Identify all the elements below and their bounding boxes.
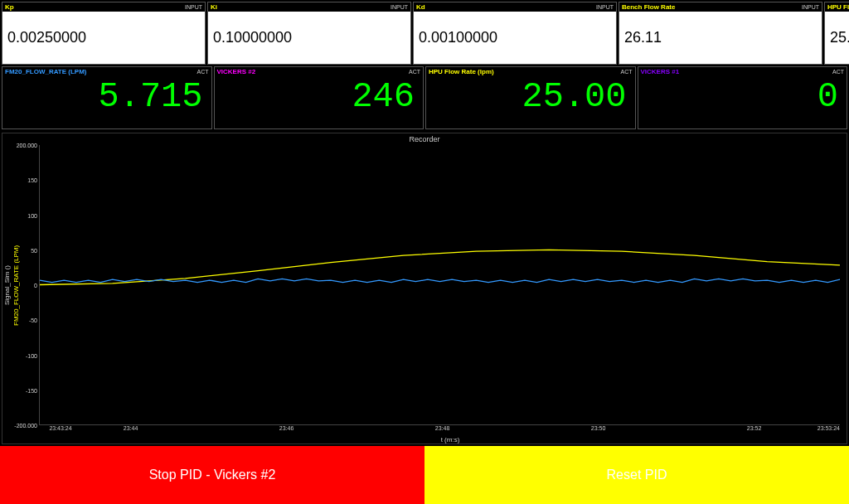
kp-tag: INPUT (185, 2, 202, 12)
xtick: 23:53:24 (817, 425, 840, 431)
vickers1-tag: ACT (832, 67, 844, 76)
xtick: 23:50 (591, 425, 606, 431)
hpu-flow-input[interactable] (825, 12, 849, 64)
input-row: Kp INPUT Ki INPUT Kd INPUT Bench Flow Ra… (0, 0, 849, 66)
reset-pid-button[interactable]: Reset PID (424, 446, 849, 504)
hpu-act-value: 25.00 (426, 76, 635, 128)
ki-tag: INPUT (391, 2, 408, 12)
xtick: 23:44 (124, 425, 138, 431)
vickers2-value: 246 (215, 76, 424, 128)
vickers1-panel: VICKERS #1 ACT 0 (638, 66, 848, 129)
vickers2-panel: VICKERS #2 ACT 246 (214, 66, 424, 129)
stop-pid-button[interactable]: Stop PID - Vickers #2 (0, 446, 424, 504)
recorder-chart: Recorder Signal_Sim () FM20_FLOW_RATE (L… (2, 133, 847, 444)
ytick: -200.000 (14, 423, 37, 429)
plot-svg (40, 145, 840, 424)
fm20-panel: FM20_FLOW_RATE (LPM) ACT 5.715 (2, 66, 212, 129)
hpu-act-label: HPU Flow Rate (lpm) (429, 67, 494, 76)
ylabel-fm: FM20_FLOW_RATE (LPM) (12, 145, 21, 425)
chart-title: Recorder (2, 133, 847, 145)
fm20-tag: ACT (197, 67, 209, 76)
bench-flow-panel: Bench Flow Rate INPUT (619, 2, 822, 65)
ytick: 150 (27, 177, 37, 183)
vickers1-value: 0 (638, 76, 847, 128)
fm20-value: 5.715 (2, 76, 211, 128)
hpu-act-panel: HPU Flow Rate (lpm) ACT 25.00 (425, 66, 636, 129)
ylabel-signal: Signal_Sim () (2, 145, 12, 425)
ytick: -50 (29, 317, 37, 323)
kd-label: Kd (416, 2, 425, 12)
ytick: 100 (27, 212, 37, 218)
xtick: 23:52 (747, 425, 762, 431)
vickers1-label: VICKERS #1 (641, 67, 680, 76)
kd-tag: INPUT (596, 2, 614, 12)
ytick: 0 (34, 283, 37, 288)
ytick: -150 (26, 387, 37, 393)
vickers2-tag: ACT (409, 67, 420, 76)
ki-label: Ki (211, 2, 217, 12)
actual-row: FM20_FLOW_RATE (LPM) ACT 5.715 VICKERS #… (0, 66, 849, 131)
kd-panel: Kd INPUT (413, 2, 617, 65)
bench-flow-input[interactable] (619, 12, 822, 64)
ytick: 50 (31, 247, 37, 253)
xtick: 23:46 (279, 425, 294, 431)
kp-label: Kp (5, 2, 14, 12)
bench-flow-tag: INPUT (802, 2, 819, 12)
plot-area[interactable] (39, 145, 840, 425)
xlabel: t (m:s) (441, 436, 460, 443)
kd-input[interactable] (414, 12, 616, 64)
x-axis: 23:43:24 23:44 23:46 23:48 23:50 23:52 2… (61, 425, 840, 443)
kp-input[interactable] (2, 12, 205, 64)
ki-panel: Ki INPUT (207, 2, 411, 65)
ki-input[interactable] (208, 12, 410, 64)
fm20-label: FM20_FLOW_RATE (LPM) (5, 67, 87, 76)
y-ticks: 200.000 150 100 50 0 -50 -100 -150 -200.… (21, 145, 39, 425)
bench-flow-label: Bench Flow Rate (622, 2, 675, 12)
xtick: 23:48 (435, 425, 450, 431)
hpu-flow-panel: HPU Flow Rate INPUT (824, 2, 849, 65)
kp-panel: Kp INPUT (2, 2, 206, 65)
button-row: Stop PID - Vickers #2 Reset PID (0, 446, 849, 504)
hpu-act-tag: ACT (621, 67, 633, 76)
ytick: -100 (26, 352, 37, 358)
ytick: 200.000 (17, 143, 37, 148)
xtick: 23:43:24 (49, 425, 71, 431)
vickers2-label: VICKERS #2 (217, 67, 256, 76)
hpu-flow-label: HPU Flow Rate (827, 2, 849, 12)
